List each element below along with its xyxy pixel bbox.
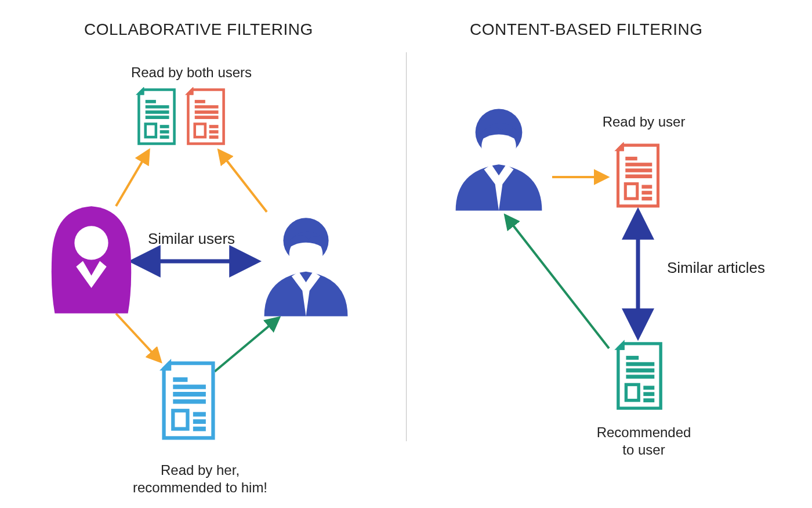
user-icon-male-right: [456, 109, 542, 211]
document-icon-lightblue: [164, 363, 213, 438]
document-icon-teal-right: [618, 344, 661, 408]
user-icon-male-left: [264, 218, 348, 316]
arrow-teal-to-user: [506, 216, 609, 348]
arrow-purple-to-bottom: [116, 314, 160, 361]
document-icon-red-right: [618, 145, 658, 206]
user-icon-female: [52, 206, 131, 313]
document-icon-red: [188, 90, 223, 144]
arrow-purple-to-top: [116, 151, 148, 206]
svg-layer: [0, 0, 812, 508]
arrow-blue-to-top: [219, 151, 267, 212]
arrow-bottom-to-blue: [215, 318, 278, 372]
diagram-canvas: COLLABORATIVE FILTERING CONTENT-BASED FI…: [0, 0, 812, 508]
document-icon-teal: [139, 90, 174, 144]
